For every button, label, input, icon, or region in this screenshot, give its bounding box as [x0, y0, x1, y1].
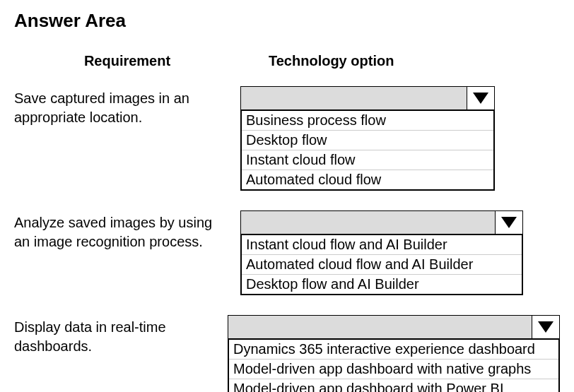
column-headers: Requirement Technology option [14, 53, 560, 69]
dropdown-selected [241, 211, 496, 234]
chevron-down-icon [538, 321, 554, 333]
dropdown-option[interactable]: Automated cloud flow and AI Builder [242, 255, 522, 275]
dropdown-option[interactable]: Automated cloud flow [242, 170, 493, 189]
dropdown-option[interactable]: Model-driven app dashboard with native g… [229, 360, 558, 379]
dropdown-option[interactable]: Desktop flow [242, 131, 493, 150]
requirement-text: Analyze saved images by using an image r… [14, 210, 240, 251]
requirement-text: Save captured images in an appropriate l… [14, 86, 240, 127]
dropdown-arrow-button[interactable] [496, 211, 522, 234]
dropdown-selected [228, 316, 532, 338]
chevron-down-icon [473, 93, 488, 104]
answer-row: Analyze saved images by using an image r… [14, 210, 560, 295]
dropdown-options: Instant cloud flow and AI BuilderAutomat… [240, 234, 523, 295]
dropdown-option[interactable]: Desktop flow and AI Builder [242, 275, 522, 294]
header-technology: Technology option [240, 53, 560, 69]
chevron-down-icon [501, 217, 517, 228]
answer-row: Save captured images in an appropriate l… [14, 86, 560, 191]
technology-cell: Instant cloud flow and AI BuilderAutomat… [240, 210, 560, 295]
dropdown-arrow-button[interactable] [467, 87, 494, 109]
requirement-text: Display data in real-time dashboards. [14, 315, 228, 356]
dropdown-arrow-button[interactable] [532, 316, 559, 338]
dropdown-option[interactable]: Instant cloud flow and AI Builder [242, 235, 522, 255]
dropdown-option[interactable]: Model-driven app dashboard with Power BI [229, 379, 558, 392]
answer-row: Display data in real-time dashboards.Dyn… [14, 315, 560, 392]
technology-cell: Business process flowDesktop flowInstant… [240, 86, 560, 191]
dropdown-options: Dynamics 365 interactive experience dash… [228, 339, 560, 392]
technology-dropdown[interactable] [228, 315, 560, 339]
technology-dropdown[interactable] [240, 86, 495, 110]
dropdown-selected [241, 87, 467, 109]
header-requirement: Requirement [14, 53, 240, 69]
dropdown-option[interactable]: Business process flow [242, 111, 493, 131]
technology-dropdown[interactable] [240, 210, 523, 234]
dropdown-options: Business process flowDesktop flowInstant… [240, 110, 495, 191]
technology-cell: Dynamics 365 interactive experience dash… [228, 315, 560, 392]
dropdown-option[interactable]: Dynamics 365 interactive experience dash… [229, 340, 558, 360]
page-title: Answer Area [14, 10, 560, 32]
dropdown-option[interactable]: Instant cloud flow [242, 150, 493, 170]
